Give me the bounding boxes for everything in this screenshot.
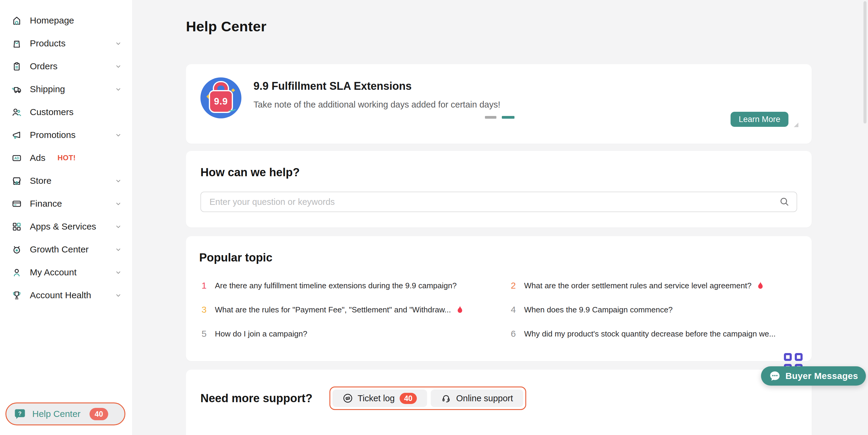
support-heading: Need more support? [200,392,313,405]
account-health-icon [11,290,22,301]
ticket-count-badge: 40 [400,393,417,404]
sidebar-item-my-account[interactable]: My Account [0,261,132,284]
sidebar-item-label: Apps & Services [30,222,96,232]
customers-icon [11,107,22,118]
ticket-icon [343,393,353,403]
shipping-icon [11,84,22,95]
sidebar-item-label: My Account [30,267,76,277]
sidebar-item-label: Products [30,38,65,48]
buyer-messages-label: Buyer Messages [785,371,858,381]
topic-item-1[interactable]: 1 Are there any fulfillment timeline ext… [199,280,489,291]
chevron-down-icon [115,292,122,299]
topic-text: How do I join a campaign? [215,329,307,339]
sidebar-item-customers[interactable]: Customers [0,101,132,124]
sidebar-item-promotions[interactable]: Promotions [0,124,132,146]
ticket-log-button[interactable]: Ticket log 40 [333,390,427,407]
sidebar-item-growth-center[interactable]: Growth Center [0,238,132,261]
topic-text: What are the rules for "Payment Fee", "S… [215,305,451,314]
sidebar-item-store[interactable]: Store [0,169,132,192]
apps-icon [11,222,22,232]
main-content: Help Center 9.9 9.9 Fulfillment SLA Exte… [133,0,868,435]
chevron-down-icon [115,200,122,207]
carousel-dot[interactable] [485,116,496,119]
sidebar-item-label: Orders [30,61,58,71]
help-center-button[interactable]: ? Help Center 40 [5,402,125,425]
sidebar-item-label: Homepage [30,15,74,26]
topic-text: Why did my product's stock quantity decr… [524,329,776,339]
sidebar-item-label: Store [30,176,52,186]
chevron-down-icon [115,40,122,47]
topic-rank: 6 [508,329,518,339]
carousel-dot-active[interactable] [502,116,515,119]
store-icon [11,176,22,186]
topic-text: When does the 9.9 Campaign commence? [524,305,673,314]
sidebar-item-account-health[interactable]: Account Health [0,284,132,307]
chevron-down-icon [115,86,122,93]
search-card: How can we help? [186,151,812,228]
topic-text: What are the order settlement rules and … [524,281,751,291]
topic-rank: 5 [199,329,209,339]
finance-icon [11,199,22,209]
hot-flame-icon [455,305,465,314]
topic-rank: 2 [508,280,518,291]
search-icon[interactable] [778,196,790,208]
online-support-button[interactable]: Online support [431,390,523,407]
headset-icon [441,393,451,403]
growth-icon [11,244,22,255]
chevron-down-icon [115,177,122,185]
sidebar-item-label: Customers [30,107,73,117]
topic-item-5[interactable]: 5 How do I join a campaign? [199,329,489,339]
popular-topic-heading: Popular topic [199,251,798,264]
scrollbar-thumb[interactable] [864,1,867,124]
sidebar-nav: Homepage Products Orders [0,0,132,307]
banner-subtitle: Take note of the additional working days… [253,100,500,110]
topic-item-6[interactable]: 6 Why did my product's stock quantity de… [508,329,798,339]
sidebar-item-label: Growth Center [30,244,89,255]
orders-icon [11,61,22,72]
sidebar-item-label: Promotions [30,130,76,140]
sidebar-item-label: Ads [30,153,45,163]
sidebar-item-orders[interactable]: Orders [0,55,132,78]
sidebar-item-label: Shipping [30,84,65,94]
ticket-log-label: Ticket log [358,394,395,403]
chat-bubble-icon [769,370,781,382]
chevron-down-icon [115,131,122,139]
learn-more-button[interactable]: Learn More [731,112,788,127]
topic-text: Are there any fulfillment timeline exten… [215,281,457,291]
chevron-down-icon [115,269,122,276]
topic-rank: 1 [199,280,209,291]
sidebar-item-products[interactable]: Products [0,32,132,55]
svg-text:AD: AD [14,156,19,160]
home-icon [11,15,22,26]
sidebar: Homepage Products Orders [0,0,133,435]
online-support-label: Online support [456,394,513,403]
sidebar-item-label: Account Health [30,290,91,300]
topic-item-4[interactable]: 4 When does the 9.9 Campaign commence? [508,305,798,315]
sidebar-item-apps-services[interactable]: Apps & Services [0,215,132,238]
popular-topic-card: Popular topic 1 Are there any fulfillmen… [186,236,812,361]
sidebar-item-shipping[interactable]: Shipping [0,78,132,101]
help-center-label: Help Center [32,409,81,419]
topic-rank: 4 [508,305,518,315]
buyer-messages-button[interactable]: Buyer Messages [761,366,866,386]
sidebar-item-homepage[interactable]: Homepage [0,9,132,32]
topic-item-3[interactable]: 3 What are the rules for "Payment Fee", … [199,305,489,315]
search-input[interactable] [200,192,797,212]
chevron-down-icon [115,63,122,70]
sidebar-item-ads[interactable]: AD Ads HOT! [0,146,132,169]
sidebar-item-finance[interactable]: Finance [0,192,132,215]
topic-item-2[interactable]: 2 What are the order settlement rules an… [508,280,798,291]
banner-99-icon: 9.9 [200,77,241,119]
chevron-down-icon [115,223,122,230]
promotions-icon [11,130,22,140]
chevron-down-icon [115,246,122,253]
banner-title: 9.9 Fulfillment SLA Extensions [253,80,500,93]
svg-text:?: ? [19,411,22,416]
sidebar-item-label: Finance [30,199,62,209]
carousel-indicators[interactable] [485,116,515,119]
page-title: Help Center [186,18,267,35]
support-card: Need more support? Ticket log 40 [186,370,812,435]
banner-card: 9.9 9.9 Fulfillment SLA Extensions Take … [186,64,812,144]
account-icon [11,267,22,278]
help-chat-icon: ? [14,408,26,420]
